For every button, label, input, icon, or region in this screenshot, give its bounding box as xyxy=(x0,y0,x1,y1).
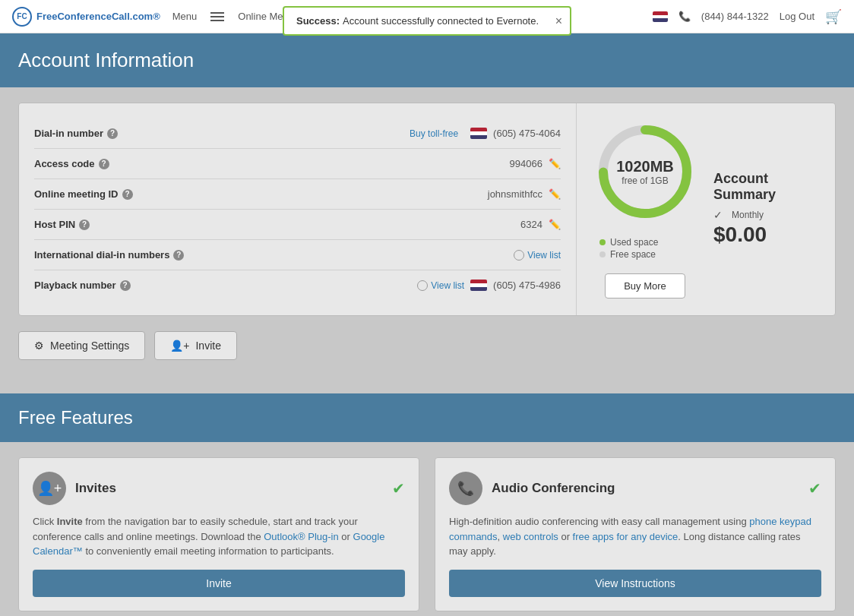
invite-icon: 👤+ xyxy=(170,340,189,352)
dial-in-row: Dial-in number ? Buy toll-free (605) 475… xyxy=(34,118,561,149)
page-header: Account Information xyxy=(0,33,854,87)
hamburger-icon[interactable] xyxy=(210,12,224,21)
phone-icon: 📞 xyxy=(678,11,691,22)
audio-check-icon: ✔ xyxy=(808,479,821,498)
storage-donut-chart: 1020MB free of 1GB xyxy=(592,118,698,225)
free-apps-link[interactable]: free apps for any device xyxy=(573,531,678,542)
intl-view-list-link[interactable]: View list xyxy=(514,250,561,261)
navbar-right: 📞 (844) 844-1322 Log Out 🛒 xyxy=(653,8,842,25)
intl-dialin-value: View list xyxy=(201,250,561,261)
intl-dialin-help-icon[interactable]: ? xyxy=(173,250,184,261)
main-content: Dial-in number ? Buy toll-free (605) 475… xyxy=(0,87,854,393)
free-space-legend: Free space xyxy=(599,249,658,260)
host-pin-help-icon[interactable]: ? xyxy=(79,220,90,230)
access-code-number: 994066 xyxy=(510,158,542,169)
logo[interactable]: FC FreeConferenceCall.com® xyxy=(12,7,160,27)
access-code-help-icon[interactable]: ? xyxy=(99,159,109,169)
audio-feature-header: 📞 Audio Conferencing ✔ xyxy=(449,472,821,505)
used-space-legend: Used space xyxy=(599,237,658,248)
free-dot xyxy=(599,251,606,257)
view-instructions-button[interactable]: View Instructions xyxy=(449,570,821,597)
free-features-title: Free Features xyxy=(18,407,836,428)
donut-column: 1020MB free of 1GB Used space Free space xyxy=(592,118,698,299)
logo-circle: FC xyxy=(12,7,32,27)
free-features-header: Free Features xyxy=(0,393,854,442)
flag-icon xyxy=(653,11,668,22)
access-code-label: Access code ? xyxy=(34,158,201,169)
storage-mb-value: 1020MB xyxy=(616,158,674,175)
navbar: FC FreeConferenceCall.com® Menu Online M… xyxy=(0,0,854,33)
used-space-label: Used space xyxy=(610,237,658,248)
meeting-settings-button[interactable]: ⚙ Meeting Settings xyxy=(18,331,145,360)
phone-number: (844) 844-1322 xyxy=(701,11,769,22)
menu-label[interactable]: Menu xyxy=(172,11,198,22)
access-code-value: 994066 ✏️ xyxy=(201,158,561,169)
close-banner-button[interactable]: × xyxy=(555,15,562,27)
globe-icon xyxy=(514,250,524,261)
used-dot xyxy=(599,239,606,245)
invites-feature-desc: Click Invite from the navigation bar to … xyxy=(33,514,405,559)
playback-flag-icon xyxy=(470,280,487,291)
account-card: Dial-in number ? Buy toll-free (605) 475… xyxy=(18,103,836,316)
dial-in-label: Dial-in number ? xyxy=(34,128,201,139)
summary-section: Account Summary ✓ Monthly $0.00 xyxy=(698,118,820,299)
intl-dialin-row: International dial-in numbers ? View lis… xyxy=(34,240,561,270)
invites-feature-icon: 👤+ xyxy=(33,472,66,505)
playback-view-list-link[interactable]: View list xyxy=(417,280,464,291)
invites-feature-card: 👤+ Invites ✔ Click Invite from the navig… xyxy=(18,457,419,611)
host-pin-value: 6324 ✏️ xyxy=(201,219,561,230)
playback-row: Playback number ? View list (605) 475-49… xyxy=(34,270,561,300)
host-pin-edit-icon[interactable]: ✏️ xyxy=(549,219,561,230)
features-grid: 👤+ Invites ✔ Click Invite from the navig… xyxy=(18,457,836,611)
storage-sub-text: free of 1GB xyxy=(616,175,674,186)
gear-icon: ⚙ xyxy=(34,340,44,352)
account-summary-title: Account Summary xyxy=(713,171,820,203)
access-code-edit-icon[interactable]: ✏️ xyxy=(549,158,561,169)
online-meeting-id-label: Online meeting ID ? xyxy=(34,188,201,200)
monthly-price: $0.00 xyxy=(713,223,767,247)
invites-feature-title: Invites xyxy=(75,481,383,496)
online-meeting-id-row: Online meeting ID ? johnsmithfcc ✏️ xyxy=(34,179,561,210)
logo-text: FreeConferenceCall.com® xyxy=(36,11,160,22)
cart-icon[interactable]: 🛒 xyxy=(825,8,842,25)
donut-legend: Used space Free space xyxy=(592,237,658,261)
features-content: 👤+ Invites ✔ Click Invite from the navig… xyxy=(0,442,854,616)
success-message: Account successfully connected to Everno… xyxy=(343,15,539,27)
page-title: Account Information xyxy=(18,49,836,72)
online-meeting-id-value: johnsmithfcc ✏️ xyxy=(201,188,561,200)
playback-globe-icon xyxy=(417,280,428,291)
playback-value: View list (605) 475-4986 xyxy=(201,280,561,291)
host-pin-label: Host PIN ? xyxy=(34,219,201,230)
host-pin-number: 6324 xyxy=(520,219,542,230)
online-meeting-id-edit-icon[interactable]: ✏️ xyxy=(549,188,561,200)
web-controls-link[interactable]: web controls xyxy=(503,531,558,542)
free-space-label: Free space xyxy=(610,249,656,260)
host-pin-row: Host PIN ? 6324 ✏️ xyxy=(34,210,561,240)
playback-help-icon[interactable]: ? xyxy=(120,280,131,291)
success-banner: Success: Account successfully connected … xyxy=(283,6,571,36)
dial-in-help-icon[interactable]: ? xyxy=(107,128,118,139)
playback-number: (605) 475-4986 xyxy=(493,280,561,291)
logout-button[interactable]: Log Out xyxy=(780,11,814,22)
online-meeting-id-text: johnsmithfcc xyxy=(488,188,542,200)
access-code-row: Access code ? 994066 ✏️ xyxy=(34,149,561,179)
invite-label: Invite xyxy=(195,340,220,352)
audio-feature-desc: High-definition audio conferencing with … xyxy=(449,514,821,559)
buy-toll-free-link[interactable]: Buy toll-free xyxy=(410,128,458,139)
intl-dialin-label: International dial-in numbers ? xyxy=(34,249,201,261)
check-icon: ✓ xyxy=(713,209,723,221)
summary-inner: 1020MB free of 1GB Used space Free space xyxy=(592,118,820,299)
audio-feature-title: Audio Conferencing xyxy=(492,481,799,496)
audio-conferencing-feature-card: 📞 Audio Conferencing ✔ High-definition a… xyxy=(435,457,836,611)
account-info-left: Dial-in number ? Buy toll-free (605) 475… xyxy=(19,103,577,315)
audio-feature-icon: 📞 xyxy=(449,472,482,505)
action-buttons: ⚙ Meeting Settings 👤+ Invite xyxy=(18,331,836,360)
invite-button[interactable]: 👤+ Invite xyxy=(154,331,237,360)
online-meeting-id-help-icon[interactable]: ? xyxy=(122,189,133,200)
account-summary-right: 1020MB free of 1GB Used space Free space xyxy=(577,103,835,315)
outlook-plugin-link[interactable]: Outlook® Plug-in xyxy=(264,531,338,542)
invite-feature-button[interactable]: Invite xyxy=(33,570,405,597)
dial-in-value: Buy toll-free (605) 475-4064 xyxy=(201,128,561,139)
buy-more-button[interactable]: Buy More xyxy=(605,273,685,299)
meeting-settings-label: Meeting Settings xyxy=(50,340,129,352)
